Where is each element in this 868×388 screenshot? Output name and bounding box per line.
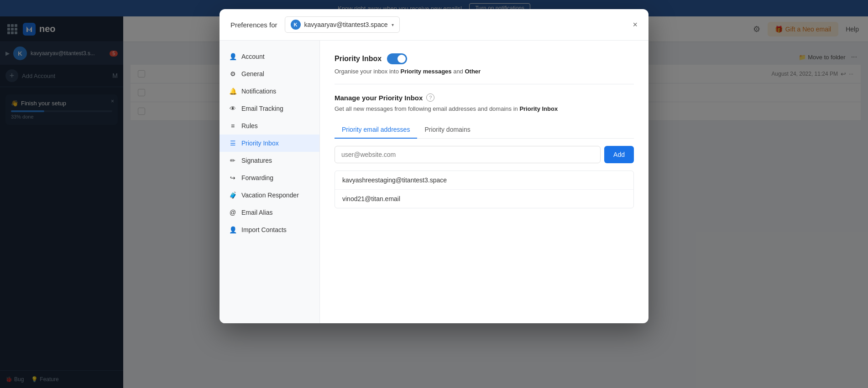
- suitcase-icon: 🧳: [229, 191, 237, 199]
- at-icon: @: [229, 208, 237, 217]
- nav-item-notifications[interactable]: 🔔 Notifications: [220, 83, 319, 100]
- nav-item-vacation-responder[interactable]: 🧳 Vacation Responder: [220, 186, 319, 204]
- nav-item-account[interactable]: 👤 Account: [220, 48, 319, 65]
- import-icon: 👤: [229, 226, 237, 234]
- priority-tabs: Priority email addresses Priority domain…: [335, 121, 634, 139]
- section-divider: [335, 84, 634, 84]
- add-email-button[interactable]: Add: [604, 146, 634, 163]
- nav-item-forwarding[interactable]: ↪ Forwarding: [220, 169, 319, 186]
- pencil-icon: ✏: [229, 156, 237, 165]
- modal-close-button[interactable]: ×: [633, 20, 638, 30]
- manage-title: Manage your Priority Inbox: [335, 94, 423, 102]
- nav-item-email-tracking[interactable]: 👁 Email Tracking: [220, 100, 319, 117]
- nav-item-import-contacts[interactable]: 👤 Import Contacts: [220, 221, 319, 238]
- nav-label-forwarding: Forwarding: [241, 174, 273, 181]
- modal-title: Preferences for: [230, 21, 277, 29]
- modal-nav: 👤 Account ⚙ General 🔔 Notifications 👁 Em…: [220, 41, 320, 323]
- nav-item-email-alias[interactable]: @ Email Alias: [220, 204, 319, 221]
- account-selector-avatar: K: [291, 20, 301, 30]
- manage-description: Get all new messages from following emai…: [335, 105, 634, 112]
- preferences-modal: Preferences for K kavyaaryav@titantest3.…: [220, 9, 648, 323]
- list-item-0: kavyashreestaging@titantest3.space: [335, 171, 633, 190]
- rules-icon: ≡: [229, 122, 237, 130]
- nav-item-rules[interactable]: ≡ Rules: [220, 117, 319, 135]
- nav-item-priority-inbox[interactable]: ☰ Priority Inbox: [220, 135, 319, 152]
- nav-label-vacation-responder: Vacation Responder: [241, 191, 299, 199]
- email-input-row: Add: [335, 146, 634, 163]
- priority-inbox-description: Organise your inbox into Priority messag…: [335, 68, 634, 75]
- account-selector[interactable]: K kavyaaryav@titantest3.space ▾: [285, 16, 400, 33]
- nav-label-signatures: Signatures: [241, 157, 272, 164]
- eye-icon: 👁: [229, 104, 237, 113]
- nav-label-rules: Rules: [241, 122, 258, 129]
- account-selector-email: kavyaaryav@titantest3.space: [304, 21, 388, 28]
- help-circle-icon[interactable]: ?: [426, 93, 434, 102]
- priority-email-list: kavyashreestaging@titantest3.space vinod…: [335, 171, 634, 208]
- priority-inbox-title: Priority Inbox: [335, 55, 382, 63]
- manage-header: Manage your Priority Inbox ?: [335, 93, 634, 102]
- nav-label-email-alias: Email Alias: [241, 209, 272, 216]
- nav-label-account: Account: [241, 53, 265, 60]
- forward-icon: ↪: [229, 174, 237, 182]
- email-input-field[interactable]: [335, 146, 601, 163]
- nav-item-general[interactable]: ⚙ General: [220, 65, 319, 83]
- tab-domains[interactable]: Priority domains: [417, 121, 477, 139]
- person-icon: 👤: [229, 52, 237, 61]
- list-icon: ☰: [229, 139, 237, 147]
- modal-body: 👤 Account ⚙ General 🔔 Notifications 👁 Em…: [220, 41, 648, 323]
- priority-inbox-section-header: Priority Inbox: [335, 53, 634, 64]
- nav-label-import-contacts: Import Contacts: [241, 226, 287, 233]
- nav-label-notifications: Notifications: [241, 88, 276, 95]
- list-item-1: vinod21@titan.email: [335, 190, 633, 208]
- nav-item-signatures[interactable]: ✏ Signatures: [220, 152, 319, 169]
- modal-content-area: Priority Inbox Organise your inbox into …: [320, 41, 648, 323]
- tab-email-addresses[interactable]: Priority email addresses: [335, 121, 417, 139]
- nav-label-email-tracking: Email Tracking: [241, 105, 283, 112]
- toggle-slider: [387, 53, 407, 64]
- priority-inbox-toggle[interactable]: [387, 53, 407, 64]
- nav-label-general: General: [241, 70, 264, 78]
- nav-label-priority-inbox: Priority Inbox: [241, 140, 279, 147]
- modal-header: Preferences for K kavyaaryav@titantest3.…: [220, 9, 648, 41]
- chevron-down-icon: ▾: [392, 22, 394, 27]
- gear-icon: ⚙: [229, 70, 237, 78]
- bell-icon: 🔔: [229, 87, 237, 95]
